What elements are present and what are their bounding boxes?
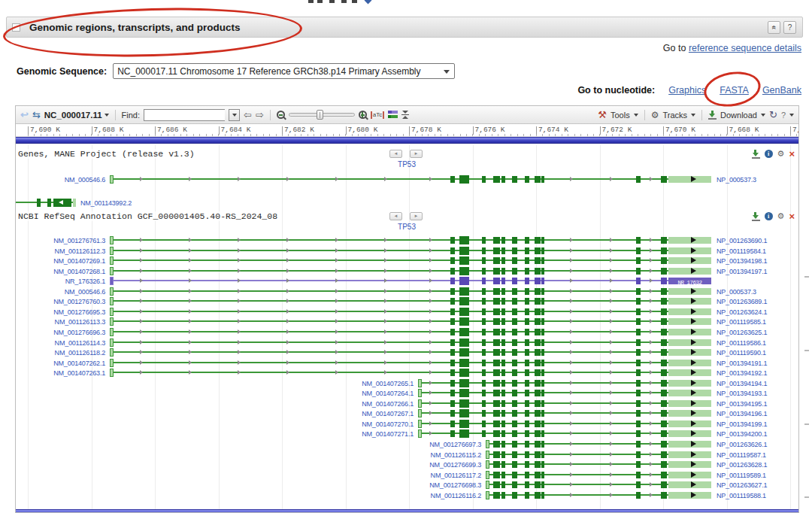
- transcript-row[interactable]: NM_001276760.3NP_001263689.1: [16, 296, 798, 306]
- track-info-icon[interactable]: i: [765, 150, 773, 158]
- track-download-icon[interactable]: [752, 212, 760, 221]
- product-label[interactable]: NP_001394192.1: [717, 369, 796, 377]
- transcript-label[interactable]: NM_001407268.1: [17, 268, 105, 275]
- transcript-row[interactable]: NM_001276697.3NP_001263626.1: [16, 439, 798, 449]
- product-label[interactable]: NP_001394196.1: [717, 410, 796, 417]
- product-label[interactable]: NP_001119589.1: [717, 472, 796, 479]
- gene-label-tp53[interactable]: TP53: [390, 223, 423, 231]
- product-label[interactable]: NP_001394197.1: [717, 268, 796, 275]
- transcript-label[interactable]: NM_001407263.1: [17, 369, 105, 377]
- transcript-label[interactable]: NM_001276697.3: [392, 441, 481, 448]
- track-settings-icon[interactable]: ⚙: [777, 212, 785, 220]
- track-info-icon[interactable]: i: [765, 212, 773, 220]
- transcript-row[interactable]: NM_001276699.3NP_001263628.1: [16, 460, 798, 469]
- product-label[interactable]: NP_001119585.1: [717, 318, 796, 326]
- product-label[interactable]: NP_000537.3: [717, 288, 796, 296]
- transcript-label[interactable]: NM_001276695.3: [17, 308, 105, 316]
- track-close-icon[interactable]: ×: [789, 149, 795, 159]
- product-label[interactable]: NP_001119587.1: [717, 451, 796, 459]
- transcript-row[interactable]: NM_001407271.1NP_001394200.1: [16, 429, 798, 439]
- genomic-sequence-select[interactable]: NC_000017.11 Chromosome 17 Reference GRC…: [113, 63, 455, 79]
- transcript-label[interactable]: NM_001407266.1: [325, 400, 414, 408]
- transcript-row[interactable]: NM_001407263.1NP_001394192.1: [16, 368, 798, 378]
- product-label[interactable]: NP_001263624.1: [717, 308, 796, 316]
- product-label[interactable]: NP_001394193.1: [717, 390, 796, 397]
- transcript-label[interactable]: NM_001407269.1: [17, 257, 105, 265]
- transcript-row[interactable]: NM_001126114.3NP_001119586.1: [16, 338, 798, 348]
- product-label[interactable]: NP_001394194.1: [717, 380, 796, 387]
- transcript-label[interactable]: NM_001407270.1: [325, 420, 414, 428]
- transcript-label[interactable]: NM_001126115.2: [392, 451, 481, 459]
- transcript-row[interactable]: NM_001126117.2NP_001119589.1: [16, 470, 798, 480]
- transcript-row[interactable]: NM_001407266.1NP_001394195.1: [16, 399, 798, 408]
- refseq-track-title[interactable]: NCBI RefSeq Annotation GCF_000001405.40-…: [18, 211, 277, 221]
- transcript-label[interactable]: NM_000546.6: [17, 288, 105, 296]
- transcript-label[interactable]: NM_001126118.2: [17, 349, 105, 357]
- gene-label-tp53[interactable]: TP53: [390, 160, 423, 168]
- transcript-row[interactable]: NM_001143992.2: [16, 198, 798, 208]
- product-label[interactable]: NP_000537.3: [717, 176, 796, 184]
- transcript-row[interactable]: NM_001126113.3NP_001119585.1: [16, 317, 798, 326]
- transcript-label[interactable]: NR_176326.1: [17, 278, 105, 285]
- transcript-label[interactable]: NM_001143992.2: [80, 199, 132, 207]
- transcript-label[interactable]: NM_001126113.3: [17, 318, 105, 326]
- transcript-row[interactable]: NM_001276698.3NP_001263627.1: [16, 480, 798, 490]
- transcript-label[interactable]: NM_001126116.2: [392, 492, 481, 499]
- product-label[interactable]: NP_001394200.1: [717, 430, 796, 438]
- transcript-label[interactable]: NM_001126114.3: [17, 339, 105, 347]
- transcript-row[interactable]: NR_176326.1NR_17632: [16, 276, 798, 286]
- product-label[interactable]: NP_001263690.1: [717, 237, 796, 244]
- page-left-button[interactable]: ◄: [389, 212, 402, 220]
- transcript-row[interactable]: NM_001126112.3NP_001119584.1: [16, 246, 798, 256]
- transcript-row[interactable]: NM_001407270.1NP_001394199.1: [16, 419, 798, 429]
- transcript-row[interactable]: NM_001126115.2NP_001119587.1: [16, 450, 798, 460]
- genbank-link[interactable]: GenBank: [762, 85, 801, 96]
- product-label[interactable]: NP_001394198.1: [717, 257, 796, 265]
- transcript-row[interactable]: NM_000546.6NP_000537.3: [16, 175, 798, 184]
- transcript-label[interactable]: NM_001407265.1: [325, 380, 414, 387]
- transcript-label[interactable]: NM_001407271.1: [325, 430, 414, 438]
- transcript-label[interactable]: NM_001276761.3: [17, 237, 105, 244]
- transcript-label[interactable]: NM_001126112.3: [17, 247, 105, 255]
- product-label[interactable]: NP_001263628.1: [717, 461, 796, 469]
- reference-sequence-details-link[interactable]: reference sequence details: [689, 43, 801, 53]
- transcript-row[interactable]: NM_001126118.2NP_001119590.1: [16, 348, 798, 357]
- transcript-label[interactable]: NM_001407267.1: [325, 410, 414, 417]
- transcript-label[interactable]: NM_001276698.3: [392, 481, 481, 489]
- section-checkbox[interactable]: [12, 23, 20, 32]
- transcript-label[interactable]: NM_001276699.3: [392, 461, 481, 469]
- transcript-row[interactable]: NM_001407265.1NP_001394194.1: [16, 378, 798, 388]
- transcript-row[interactable]: NM_001276695.3NP_001263624.1: [16, 307, 798, 317]
- transcript-row[interactable]: NM_001407269.1NP_001394198.1: [16, 256, 798, 266]
- product-label[interactable]: NP_001263627.1: [717, 481, 796, 489]
- transcript-row[interactable]: NM_001407264.1NP_001394193.1: [16, 388, 798, 398]
- transcript-row[interactable]: NM_001276696.3NP_001263625.1: [16, 327, 798, 337]
- product-label[interactable]: NP_001394195.1: [717, 400, 796, 408]
- section-collapse-button[interactable]: «: [768, 21, 780, 34]
- transcript-label[interactable]: NM_000546.6: [17, 176, 105, 184]
- page-right-button[interactable]: ►: [410, 150, 423, 158]
- mane-track-title[interactable]: Genes, MANE Project (release v1.3): [18, 149, 195, 159]
- transcript-label[interactable]: NM_001276696.3: [17, 329, 105, 336]
- transcript-row[interactable]: NM_001126116.2NP_001119588.1: [16, 490, 798, 500]
- transcript-row[interactable]: NM_001407268.1NP_001394197.1: [16, 266, 798, 276]
- transcript-label[interactable]: NM_001276760.3: [17, 298, 105, 305]
- page-right-button[interactable]: ►: [410, 212, 423, 220]
- transcript-label[interactable]: NM_001407262.1: [17, 360, 105, 367]
- graphics-link[interactable]: Graphics: [668, 85, 706, 96]
- transcript-row[interactable]: NM_001276761.3NP_001263690.1: [16, 235, 798, 245]
- track-download-icon[interactable]: [752, 150, 760, 159]
- transcript-row[interactable]: NM_000546.6NP_000537.3: [16, 287, 798, 296]
- transcript-row[interactable]: NM_001407262.1NP_001394191.1: [16, 358, 798, 368]
- product-label[interactable]: NP_001394199.1: [717, 420, 796, 428]
- product-label[interactable]: NP_001119588.1: [717, 492, 796, 499]
- product-label[interactable]: NP_001119586.1: [717, 339, 796, 347]
- track-close-icon[interactable]: ×: [789, 211, 795, 221]
- transcript-label[interactable]: NM_001407264.1: [325, 390, 414, 397]
- product-label[interactable]: NP_001394191.1: [717, 360, 796, 367]
- transcript-label[interactable]: NM_001126117.2: [392, 472, 481, 479]
- fasta-link[interactable]: FASTA: [720, 85, 749, 96]
- transcript-row[interactable]: NM_001407267.1NP_001394196.1: [16, 408, 798, 418]
- section-help-button[interactable]: ?: [783, 21, 796, 34]
- product-label[interactable]: NP_001119584.1: [717, 247, 796, 255]
